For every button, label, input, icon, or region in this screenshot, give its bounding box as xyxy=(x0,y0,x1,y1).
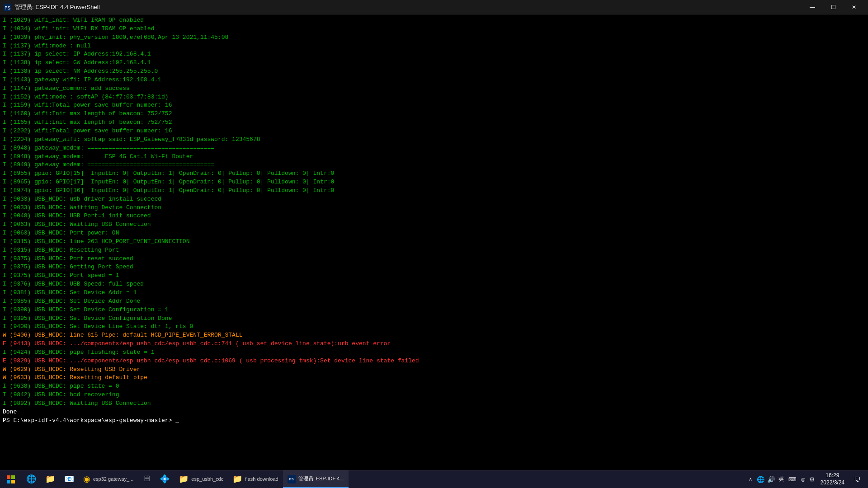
terminal-line: I (9375) USB_HCDC: Port speed = 1 xyxy=(3,272,865,280)
taskbar-chrome[interactable]: ◉esp32 gateway_... xyxy=(79,470,138,488)
taskbar-vscode[interactable]: 💠 xyxy=(155,470,174,488)
terminal-line: I (8955) gpio: GPIO[15] InputEn: 0| Outp… xyxy=(3,169,865,178)
settings-icon[interactable]: ⚙ xyxy=(809,476,815,483)
terminal-line: I (9376) USB_HCDC: USB Speed: full-speed xyxy=(3,280,865,289)
terminal-line: I (1034) wifi_init: WiFi RX IRAM OP enab… xyxy=(3,25,865,33)
terminal-line: I (8948) gateway_modem: ESP 4G Cat.1 Wi-… xyxy=(3,153,865,161)
terminal-line: I (1160) wifi:Init max length of beacon:… xyxy=(3,110,865,118)
svg-rect-2 xyxy=(7,475,10,479)
network-icon[interactable]: 🌐 xyxy=(757,476,764,483)
terminal-line: PS E:\esp-idf-v4.4\workspace\esp-gateway… xyxy=(3,417,865,425)
terminal-line: I (1039) phy_init: phy_version 1800,e7ef… xyxy=(3,33,865,42)
terminal-line: I (2202) wifi:Total power save buffer nu… xyxy=(3,127,865,136)
clock-date: 2022/3/24 xyxy=(821,479,844,487)
show-hidden-button[interactable]: ∧ xyxy=(747,476,754,482)
tray-icons: ∧ 🌐 🔊 英 ⌨ ☺ ⚙ xyxy=(747,475,815,483)
title-bar-left: PS 管理员: ESP-IDF 4.4 PowerShell xyxy=(4,3,100,11)
terminal-line: I (8949) gateway_modem: ================… xyxy=(3,161,865,169)
notification-button[interactable]: 🗨 xyxy=(850,470,864,488)
emoji-icon: ☺ xyxy=(800,476,806,483)
terminal-line: I (9385) USB_HCDC: Set Device Addr Done xyxy=(3,297,865,306)
terminal-line: I (9395) USB_HCDC: Set Device Configurat… xyxy=(3,314,865,323)
start-button[interactable] xyxy=(0,470,22,488)
terminal-line: I (9048) USB_HCDC: USB Port=1 init succe… xyxy=(3,212,865,221)
terminal-output: I (1029) wifi_init: WiFi IRAM OP enabled… xyxy=(0,14,868,470)
taskbar-explorer-icon: 📁 xyxy=(45,474,55,484)
terminal-line: I (1159) wifi:Total power save buffer nu… xyxy=(3,101,865,110)
terminal-line: I (1137) wifi:mode : null xyxy=(3,42,865,51)
app-icon: PS xyxy=(4,4,11,11)
taskbar-folder-cdc-icon: 📁 xyxy=(179,474,189,484)
window-title: 管理员: ESP-IDF 4.4 PowerShell xyxy=(14,3,100,11)
taskbar-chrome-label: esp32 gateway_... xyxy=(93,476,133,482)
terminal-line: W (9406) USB_HCDC: line 615 Pipe: defaul… xyxy=(3,331,865,340)
terminal-line: I (9063) USB_HCDC: Port power: ON xyxy=(3,229,865,238)
volume-icon[interactable]: 🔊 xyxy=(767,476,775,483)
taskbar-item5-icon: 🖥 xyxy=(142,474,151,483)
taskbar-folder-cdc[interactable]: 📁esp_usbh_cdc xyxy=(174,470,228,488)
taskbar-left: 🌐📁📧◉esp32 gateway_...🖥💠📁esp_usbh_cdc📁fla… xyxy=(0,470,349,488)
ime-indicator: ⌨ xyxy=(788,476,797,483)
terminal-line: I (1137) ip select: IP Address:192.168.4… xyxy=(3,50,865,59)
terminal-line: E (9829) USB_HCDC: .../components/esp_us… xyxy=(3,357,865,366)
taskbar-folder-cdc-label: esp_usbh_cdc xyxy=(191,476,223,482)
taskbar-folder-flash-icon: 📁 xyxy=(232,474,242,484)
terminal-line: I (8965) gpio: GPIO[17] InputEn: 0| Outp… xyxy=(3,178,865,187)
terminal-line: Done xyxy=(3,408,865,417)
terminal-line: W (9633) USB_HCDC: Resetting default pip… xyxy=(3,374,865,382)
terminal-line: I (9842) USB_HCDC: hcd recovering xyxy=(3,391,865,399)
terminal-line: I (9390) USB_HCDC: Set Device Configurat… xyxy=(3,306,865,314)
terminal-line: I (9033) USB_HCDC: usb driver install su… xyxy=(3,195,865,204)
taskbar-edge-icon: 🌐 xyxy=(26,474,36,484)
taskbar-powershell-label: 管理员: ESP-IDF 4... xyxy=(298,475,344,482)
close-button[interactable]: ✕ xyxy=(844,0,864,14)
taskbar-edge[interactable]: 🌐 xyxy=(22,470,41,488)
terminal-line: I (2204) gateway_wifi: softap ssid: ESP_… xyxy=(3,136,865,144)
window-controls: — ☐ ✕ xyxy=(802,0,864,14)
terminal-line: I (9424) USB_HCDC: pipe flushing: state … xyxy=(3,348,865,357)
clock-time: 16:29 xyxy=(826,472,839,479)
terminal-line: I (1143) gateway_wifi: IP Address:192.16… xyxy=(3,76,865,84)
ime-label: 英 xyxy=(778,475,785,483)
svg-text:PS: PS xyxy=(5,5,11,11)
svg-rect-4 xyxy=(7,480,10,483)
svg-rect-3 xyxy=(11,475,15,479)
terminal-line: I (1165) wifi:Init max length of beacon:… xyxy=(3,118,865,127)
terminal-line: I (1029) wifi_init: WiFi IRAM OP enabled xyxy=(3,16,865,25)
terminal-line: I (9375) USB_HCDC: Port reset succeed xyxy=(3,255,865,263)
terminal-line: I (9400) USB_HCDC: Set Device Line State… xyxy=(3,323,865,331)
taskbar-outlook-icon: 📧 xyxy=(64,474,74,484)
taskbar-outlook[interactable]: 📧 xyxy=(60,470,79,488)
terminal-line: I (9315) USB_HCDC: line 263 HCD_PORT_EVE… xyxy=(3,238,865,246)
system-tray: ∧ 🌐 🔊 英 ⌨ ☺ ⚙ 16:29 2022/3/24 🗨 xyxy=(743,470,868,488)
terminal-line: I (9892) USB_HCDC: Waitting USB Connecti… xyxy=(3,399,865,408)
minimize-button[interactable]: — xyxy=(802,0,823,14)
terminal-line: I (9381) USB_HCDC: Set Device Addr = 1 xyxy=(3,289,865,297)
terminal-line: I (1152) wifi:mode : softAP (84:f7:03:f7… xyxy=(3,93,865,102)
terminal-line: I (9315) USB_HCDC: Resetting Port xyxy=(3,246,865,255)
terminal-line: E (9413) USB_HCDC: .../components/esp_us… xyxy=(3,340,865,348)
terminal-line: I (1138) ip select: GW Address:192.168.4… xyxy=(3,59,865,67)
taskbar-folder-flash-label: flash download xyxy=(245,476,278,482)
taskbar-vscode-icon: 💠 xyxy=(160,474,170,484)
terminal-line: I (1147) gateway_common: add success xyxy=(3,84,865,93)
svg-rect-5 xyxy=(11,480,15,483)
terminal-line: I (9375) USB_HCDC: Getting Port Speed xyxy=(3,263,865,272)
terminal-line: I (1138) ip select: NM Address:255.255.2… xyxy=(3,67,865,76)
terminal-line: I (8974) gpio: GPIO[16] InputEn: 0| Outp… xyxy=(3,187,865,195)
taskbar-chrome-icon: ◉ xyxy=(83,474,90,484)
system-clock[interactable]: 16:29 2022/3/24 xyxy=(817,472,848,486)
taskbar-explorer[interactable]: 📁 xyxy=(41,470,60,488)
taskbar: 🌐📁📧◉esp32 gateway_...🖥💠📁esp_usbh_cdc📁fla… xyxy=(0,470,868,488)
terminal-line: W (9629) USB_HCDC: Resetting USB Driver xyxy=(3,366,865,374)
terminal-line: I (9033) USB_HCDC: Waitting Device Conne… xyxy=(3,204,865,212)
maximize-button[interactable]: ☐ xyxy=(823,0,844,14)
terminal-line: I (9638) USB_HCDC: pipe state = 0 xyxy=(3,382,865,391)
terminal-line: I (8948) gateway_modem: ================… xyxy=(3,144,865,153)
taskbar-powershell-icon: PS xyxy=(288,474,296,483)
terminal-line: I (9063) USB_HCDC: Waitting USB Connecti… xyxy=(3,221,865,229)
taskbar-folder-flash[interactable]: 📁flash download xyxy=(228,470,283,488)
taskbar-item5[interactable]: 🖥 xyxy=(138,470,155,488)
taskbar-powershell[interactable]: PS管理员: ESP-IDF 4... xyxy=(283,470,349,488)
title-bar: PS 管理员: ESP-IDF 4.4 PowerShell — ☐ ✕ xyxy=(0,0,868,14)
